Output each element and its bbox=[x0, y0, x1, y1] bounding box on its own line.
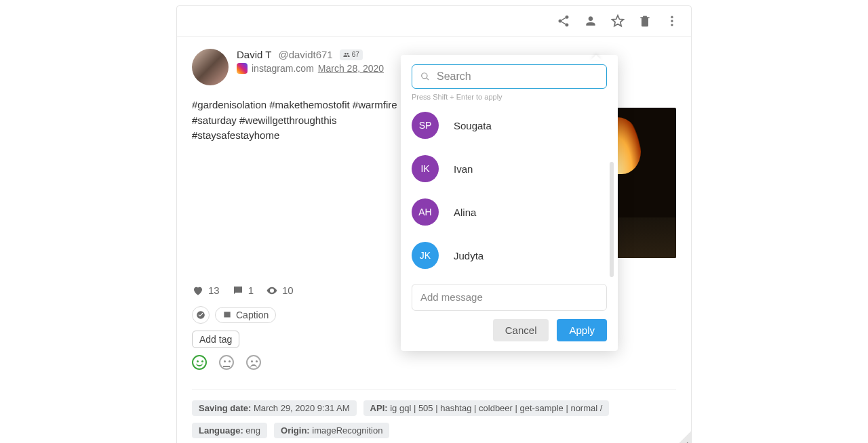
scrollbar[interactable] bbox=[610, 162, 614, 277]
apply-button[interactable]: Apply bbox=[557, 319, 607, 341]
message-input[interactable] bbox=[420, 291, 598, 303]
follower-count: 67 bbox=[340, 49, 363, 60]
people-list: SPSougataIKIvanAHAlinaJKJudyta bbox=[412, 112, 607, 269]
search-icon bbox=[420, 72, 430, 81]
add-tag-button[interactable]: Add tag bbox=[192, 331, 239, 348]
search-hint: Press Shift + Enter to apply bbox=[412, 93, 607, 101]
corner-confirm-icon[interactable] bbox=[672, 431, 691, 444]
person-icon[interactable] bbox=[584, 14, 597, 28]
meta-saving-date: Saving date: March 29, 2020 9:31 AM bbox=[192, 400, 357, 416]
post-card: David T @davidt671 67 instagram.com Marc… bbox=[176, 5, 692, 443]
metadata-row: Saving date: March 29, 2020 9:31 AM API:… bbox=[177, 389, 691, 444]
person-item[interactable]: AHAlina bbox=[412, 198, 607, 226]
person-avatar: SP bbox=[412, 112, 439, 139]
star-icon[interactable] bbox=[611, 14, 625, 28]
svg-point-0 bbox=[671, 16, 673, 18]
post-body: #gardenisolation #makethemostofit #warmf… bbox=[192, 98, 402, 144]
checkmark-pill-icon[interactable] bbox=[192, 306, 210, 324]
person-name: Ivan bbox=[454, 163, 473, 175]
person-avatar: JK bbox=[412, 242, 439, 269]
more-icon[interactable] bbox=[665, 14, 679, 28]
author-avatar[interactable] bbox=[192, 49, 229, 85]
person-avatar: IK bbox=[412, 155, 439, 182]
caption-tag[interactable]: Caption bbox=[215, 307, 276, 323]
likes-stat: 13 bbox=[192, 284, 220, 297]
person-item[interactable]: SPSougata bbox=[412, 112, 607, 139]
card-toolbar bbox=[177, 6, 691, 37]
sentiment-positive[interactable] bbox=[192, 355, 207, 370]
person-name: Judyta bbox=[454, 250, 484, 261]
views-stat: 10 bbox=[266, 284, 294, 297]
person-avatar: AH bbox=[412, 198, 439, 226]
sentiment-negative[interactable] bbox=[246, 355, 261, 370]
delete-icon[interactable] bbox=[638, 14, 652, 28]
search-box[interactable] bbox=[412, 64, 607, 89]
source-domain: instagram.com bbox=[252, 63, 314, 74]
instagram-icon bbox=[237, 63, 248, 74]
assign-popover: Press Shift + Enter to apply SPSougataIK… bbox=[401, 55, 618, 351]
meta-language: Language: eng bbox=[192, 423, 267, 438]
cancel-button[interactable]: Cancel bbox=[493, 319, 549, 341]
comments-stat: 1 bbox=[232, 284, 254, 297]
person-name: Alina bbox=[454, 207, 476, 218]
person-item[interactable]: IKIvan bbox=[412, 155, 607, 182]
svg-point-1 bbox=[671, 20, 673, 22]
sentiment-row bbox=[192, 355, 676, 379]
svg-point-2 bbox=[671, 24, 673, 26]
author-name[interactable]: David T bbox=[237, 49, 271, 60]
share-icon[interactable] bbox=[557, 14, 570, 28]
author-handle[interactable]: @davidt671 bbox=[278, 49, 332, 60]
message-box[interactable] bbox=[412, 284, 607, 311]
sentiment-neutral[interactable] bbox=[219, 355, 234, 370]
person-item[interactable]: JKJudyta bbox=[412, 242, 607, 269]
post-date-link[interactable]: March 28, 2020 bbox=[318, 63, 384, 74]
meta-api: API: ig gql | 505 | hashtag | coldbeer |… bbox=[363, 400, 610, 416]
meta-origin: Origin: imageRecognition bbox=[274, 423, 389, 438]
person-name: Sougata bbox=[454, 120, 492, 131]
search-input[interactable] bbox=[437, 70, 598, 83]
